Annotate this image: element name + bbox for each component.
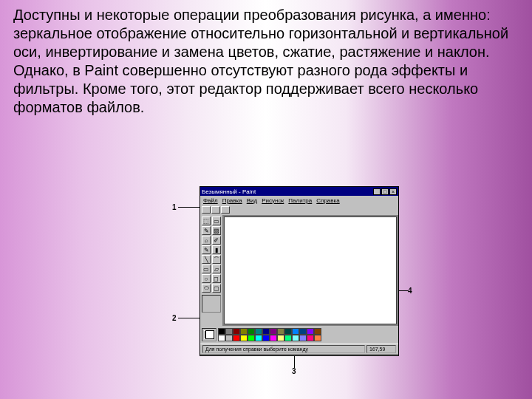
color-swatch[interactable] (225, 335, 233, 341)
tool-options (202, 295, 221, 313)
color-swatch[interactable] (314, 328, 321, 335)
color-swatch[interactable] (307, 328, 314, 335)
menubar: Файл Правка Вид Рисунок Палитра Справка (200, 196, 398, 205)
tool-button[interactable]: ⌒ (212, 255, 221, 264)
color-swatch[interactable] (218, 335, 225, 341)
color-swatch[interactable] (277, 328, 284, 335)
callout-line-2 (178, 318, 200, 318)
tool-button[interactable]: ▨ (212, 226, 221, 235)
color-swatch[interactable] (240, 335, 248, 341)
color-swatch[interactable] (248, 328, 255, 335)
toolbox: ⬚▭✎▨⌕✐✎▮╲⌒▭▱○◻⬭▢ (200, 215, 222, 326)
menu-file[interactable]: Файл (203, 197, 218, 204)
menu-help[interactable]: Справка (316, 197, 339, 204)
color-swatch[interactable] (292, 335, 299, 341)
color-swatch[interactable] (262, 328, 270, 335)
toolbar-button[interactable] (221, 206, 230, 214)
tool-button[interactable]: ▢ (212, 284, 221, 293)
menu-view[interactable]: Вид (247, 197, 257, 204)
menu-edit[interactable]: Правка (222, 197, 242, 204)
color-palette (218, 328, 321, 341)
close-button[interactable]: × (389, 188, 397, 195)
color-swatch[interactable] (284, 335, 292, 341)
color-swatch[interactable] (233, 335, 240, 341)
color-swatch[interactable] (270, 335, 277, 341)
tool-button[interactable]: ◻ (212, 274, 221, 283)
color-swatch[interactable] (284, 328, 292, 335)
drawing-canvas[interactable] (224, 216, 397, 324)
tool-button[interactable]: ▭ (202, 265, 211, 273)
tool-button[interactable]: ▭ (212, 216, 221, 225)
callout-3: 3 (292, 367, 296, 375)
tool-button[interactable]: ▱ (212, 265, 221, 273)
callout-2: 2 (172, 314, 177, 322)
maximize-button[interactable]: □ (381, 188, 389, 195)
color-swatch[interactable] (255, 335, 262, 341)
color-swatch[interactable] (307, 335, 314, 341)
color-swatch[interactable] (314, 335, 321, 341)
color-swatch[interactable] (270, 328, 277, 335)
color-swatch[interactable] (262, 335, 270, 341)
paint-window: Безымянный - Paint _ □ × Файл Правка Вид… (200, 186, 399, 356)
statusbar: Для получения справки выберите команду 1… (200, 344, 398, 354)
tool-button[interactable]: ⬭ (202, 284, 211, 293)
toolbar-button[interactable] (211, 206, 220, 214)
color-swatch[interactable] (292, 328, 299, 335)
tool-button[interactable]: ⬚ (202, 216, 211, 225)
color-swatch[interactable] (225, 328, 233, 335)
color-swatch[interactable] (299, 335, 307, 341)
color-swatch[interactable] (233, 328, 240, 335)
colorbar (200, 326, 398, 344)
tool-button[interactable]: ▮ (212, 245, 221, 254)
color-swatch[interactable] (277, 335, 284, 341)
tool-button[interactable]: ✎ (202, 245, 211, 254)
window-title: Безымянный - Paint (202, 188, 372, 195)
tool-button[interactable]: ○ (202, 274, 211, 283)
color-swatch[interactable] (218, 328, 225, 335)
color-swatch[interactable] (240, 328, 248, 335)
toolbar (200, 205, 398, 215)
callout-line-4 (398, 290, 408, 291)
callout-line-1 (178, 207, 200, 208)
menu-palette[interactable]: Палитра (288, 197, 312, 204)
canvas-area (222, 215, 398, 326)
color-swatch[interactable] (248, 335, 255, 341)
workspace: ⬚▭✎▨⌕✐✎▮╲⌒▭▱○◻⬭▢ (200, 215, 398, 326)
callout-line-3 (294, 355, 295, 368)
titlebar: Безымянный - Paint _ □ × (200, 187, 398, 196)
callout-4: 4 (408, 287, 412, 295)
fg-bg-indicator[interactable] (202, 328, 216, 341)
tool-button[interactable]: ✐ (212, 236, 221, 245)
toolbar-button[interactable] (202, 206, 211, 214)
menu-image[interactable]: Рисунок (262, 197, 284, 204)
callout-1: 1 (172, 203, 177, 211)
color-swatch[interactable] (255, 328, 262, 335)
tool-button[interactable]: ⌕ (202, 236, 211, 245)
status-hint: Для получения справки выберите команду (202, 345, 365, 353)
paint-figure: 1 2 3 4 Безымянный - Paint _ □ × Файл Пр… (170, 186, 421, 393)
status-coords: 167,59 (366, 345, 396, 353)
slide-paragraph: Доступны и некоторые операции преобразов… (0, 0, 532, 124)
tool-button[interactable]: ╲ (202, 255, 211, 264)
minimize-button[interactable]: _ (373, 188, 381, 195)
color-swatch[interactable] (299, 328, 307, 335)
tool-button[interactable]: ✎ (202, 226, 211, 235)
